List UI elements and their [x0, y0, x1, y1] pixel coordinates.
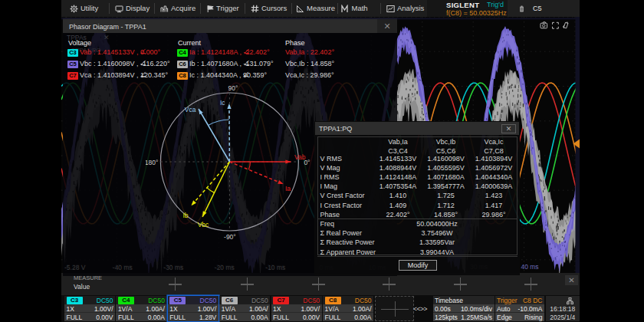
svg-text:Vab: Vab — [294, 153, 306, 161]
svg-text:90°: 90° — [228, 84, 238, 92]
svg-text:-30 ms: -30 ms — [163, 264, 183, 271]
svg-text:-10 ms: -10 ms — [265, 264, 285, 271]
svg-text:Vbc: Vbc — [198, 221, 209, 228]
svg-text:-40 ms: -40 ms — [113, 264, 133, 271]
svg-text:Ic: Ic — [220, 99, 225, 107]
svg-text:±180°: ±180° — [146, 159, 158, 166]
svg-text:Vca: Vca — [185, 106, 196, 113]
svg-text:-5.28 V: -5.28 V — [64, 264, 86, 271]
svg-text:Ia: Ia — [285, 185, 291, 192]
svg-text:Ib: Ib — [182, 212, 188, 219]
svg-text:40 ms: 40 ms — [521, 263, 538, 271]
svg-text:-90°: -90° — [224, 233, 236, 241]
svg-text:-20 ms: -20 ms — [215, 264, 235, 271]
